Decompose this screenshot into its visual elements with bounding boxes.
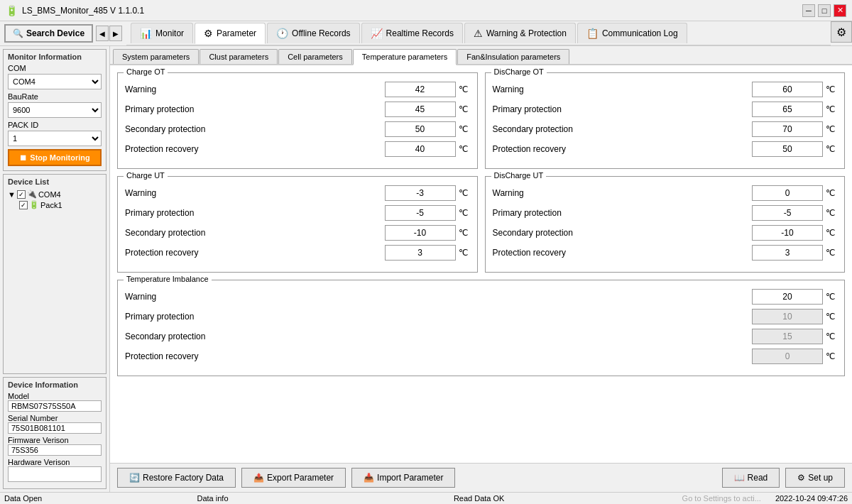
data-info-status: Data info: [197, 494, 375, 503]
param-input[interactable]: [385, 225, 456, 241]
import-icon: 📥: [364, 473, 374, 483]
nav-forward-button[interactable]: ▶: [109, 26, 122, 41]
param-unit: ℃: [826, 144, 837, 154]
close-button[interactable]: ✕: [834, 4, 846, 17]
hardware-label: Hardware Verison: [8, 458, 102, 466]
realtime-tab-icon: 📈: [371, 28, 383, 39]
timestamp-status: 2022-10-24 09:47:26: [775, 494, 848, 503]
sub-tab-fan[interactable]: Fan&Insulation parameters: [457, 49, 569, 64]
param-input[interactable]: [385, 102, 456, 117]
param-input[interactable]: [385, 121, 456, 137]
param-label: Protection recovery: [125, 351, 752, 361]
com4-checkbox[interactable]: ✓: [17, 190, 26, 199]
param-input: [752, 309, 823, 324]
baurate-select[interactable]: 9600: [8, 102, 102, 118]
param-input[interactable]: [385, 205, 456, 221]
discharge-ot-group: DisCharge OTWarning℃Primary protection℃S…: [485, 72, 846, 169]
param-input[interactable]: [752, 121, 823, 137]
bottom-toolbar: 🔄Restore Factory Data📤Export Parameter📥I…: [110, 463, 852, 492]
main-tab-parameter[interactable]: ⚙Parameter: [195, 23, 266, 44]
main-tabs: 📊Monitor⚙Parameter🕐Offline Records📈Realt…: [126, 21, 831, 45]
param-input[interactable]: [752, 82, 823, 97]
param-label: Primary protection: [125, 104, 385, 114]
restore-button[interactable]: 🔄Restore Factory Data: [117, 468, 236, 488]
param-unit: ℃: [459, 208, 470, 218]
param-label: Primary protection: [493, 104, 753, 114]
data-open-status: Data Open: [4, 494, 182, 503]
param-row: Warning℃: [493, 82, 838, 97]
stop-icon: ⏹: [19, 153, 27, 162]
app-title: LS_BMS_Monitor_485 V 1.1.0.1: [22, 6, 144, 16]
param-group-title: Temperature Imbalance: [124, 275, 212, 283]
maximize-button[interactable]: □: [818, 4, 831, 17]
import-button[interactable]: 📥Import Parameter: [351, 468, 455, 488]
pack1-checkbox[interactable]: ✓: [19, 201, 28, 209]
tree-item-pack1[interactable]: ✓ 🔋 Pack1: [8, 199, 102, 210]
main-tab-warning[interactable]: ⚠Warning & Protection: [464, 23, 576, 43]
param-unit: ℃: [826, 188, 837, 198]
param-unit: ℃: [826, 332, 837, 341]
search-device-button[interactable]: 🔍 Search Device: [4, 24, 93, 43]
param-input[interactable]: [752, 185, 823, 201]
export-button[interactable]: 📤Export Parameter: [241, 468, 346, 488]
param-input[interactable]: [385, 82, 456, 97]
baurate-label: BauRate: [8, 92, 102, 101]
firmware-label: Firmware Verison: [8, 436, 102, 444]
main-tab-monitor[interactable]: 📊Monitor: [131, 23, 193, 43]
param-group-title: DisCharge UT: [491, 171, 547, 180]
discharge-ut-group: DisCharge UTWarning℃Primary protection℃S…: [485, 176, 846, 273]
param-label: Secondary protection: [493, 228, 753, 238]
param-input: [752, 329, 823, 344]
param-input[interactable]: [752, 289, 823, 305]
param-input[interactable]: [385, 185, 456, 201]
sub-tab-temperature[interactable]: Temperature parameters: [353, 49, 457, 65]
param-group-title: Charge UT: [124, 171, 168, 180]
main-tab-offline[interactable]: 🕐Offline Records: [267, 23, 359, 43]
setup-button[interactable]: ⚙Set up: [785, 468, 845, 488]
com-label: COM: [8, 64, 102, 72]
settings-button[interactable]: ⚙: [831, 21, 852, 43]
param-input[interactable]: [752, 141, 823, 157]
sub-tab-system[interactable]: System parameters: [113, 49, 199, 64]
app-icon: 🔋: [6, 5, 18, 16]
tree-item-com4[interactable]: ▼ ✓ 🔌 COM4: [8, 189, 102, 199]
com4-label: COM4: [38, 190, 61, 199]
param-label: Protection recovery: [125, 248, 385, 258]
param-unit: ℃: [826, 84, 837, 94]
read-icon: 📖: [734, 473, 745, 483]
param-unit: ℃: [459, 248, 470, 258]
minimize-button[interactable]: ─: [802, 4, 815, 17]
content-area: Monitor Information COM COM4 BauRate 960…: [0, 46, 852, 492]
param-unit: ℃: [826, 351, 837, 361]
param-row: Primary protection℃: [493, 205, 838, 221]
com-select[interactable]: COM4: [8, 74, 102, 89]
sub-tab-clust[interactable]: Clust parameters: [200, 49, 278, 64]
read-data-status: Read Data OK: [390, 494, 568, 503]
sub-tab-cell[interactable]: Cell parameters: [278, 49, 352, 64]
param-input[interactable]: [752, 205, 823, 221]
packid-label: PACK ID: [8, 121, 102, 129]
stop-monitoring-button[interactable]: ⏹ Stop Monitoring: [8, 149, 102, 166]
param-row: Warning℃: [125, 185, 470, 201]
param-unit: ℃: [459, 188, 470, 198]
param-unit: ℃: [826, 228, 837, 238]
param-label: Primary protection: [125, 312, 752, 322]
packid-select[interactable]: 1: [8, 131, 102, 146]
status-bar: Data Open Data info Read Data OK Go to S…: [0, 492, 852, 504]
param-input[interactable]: [752, 245, 823, 261]
nav-back-button[interactable]: ◀: [96, 26, 109, 41]
main-tab-realtime[interactable]: 📈Realtime Records: [361, 23, 463, 43]
param-input[interactable]: [385, 141, 456, 157]
param-unit: ℃: [459, 124, 470, 134]
search-icon: 🔍: [13, 28, 23, 38]
title-bar: 🔋 LS_BMS_Monitor_485 V 1.1.0.1 ─ □ ✕: [0, 0, 852, 21]
read-button[interactable]: 📖Read: [722, 468, 780, 488]
param-input[interactable]: [752, 102, 823, 117]
param-input[interactable]: [752, 225, 823, 241]
activate-windows-status: Go to Settings to acti...: [582, 494, 760, 503]
param-input[interactable]: [385, 245, 456, 261]
param-group-title: DisCharge OT: [491, 67, 547, 76]
temp-imbalance-group: Temperature ImbalanceWarning℃Primary pro…: [117, 280, 845, 376]
warning-tab-icon: ⚠: [474, 28, 483, 39]
main-tab-commlog[interactable]: 📋Communication Log: [577, 23, 687, 43]
